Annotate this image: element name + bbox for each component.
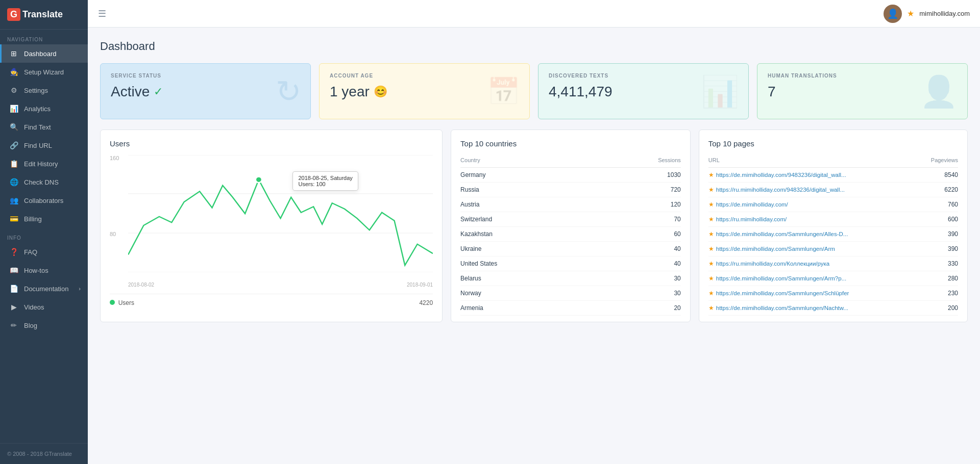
account-age-bg-icon: 📅	[487, 76, 520, 107]
legend-value: 4220	[419, 299, 433, 306]
chart-y-labels: 160 80	[110, 155, 126, 272]
page-url-link[interactable]: https://de.mimiholliday.com/Sammlungen/A…	[716, 275, 846, 281]
star-icon: ★	[708, 230, 714, 238]
sidebar-item-blog[interactable]: ✏ Blog	[0, 316, 88, 334]
table-row: Belarus30	[460, 271, 681, 286]
sidebar-item-label: Check DNS	[24, 178, 59, 186]
page-url-link[interactable]: https://ru.mimiholliday.com/	[716, 216, 787, 222]
table-row: Austria120	[460, 197, 681, 212]
svg-point-4	[256, 177, 262, 183]
page-url-link[interactable]: https://de.mimiholliday.com/Sammlungen/S…	[716, 290, 849, 296]
sidebar-item-billing[interactable]: 💳 Billing	[0, 210, 88, 228]
col-sessions: Sessions	[597, 155, 681, 168]
topbar-user: 👤 ★ mimiholliday.com	[884, 5, 970, 23]
sidebar-item-find-text[interactable]: 🔍 Find Text	[0, 118, 88, 136]
table-row: ★https://ru.mimiholliday.com/9483236/dig…	[708, 183, 958, 197]
chart-legend: Users 4220	[110, 294, 433, 306]
users-chart-title: Users	[110, 139, 433, 148]
content-area: Dashboard SERVICE STATUS Active ✓ ↻ ACCO…	[88, 28, 980, 464]
sidebar-item-label: Videos	[24, 303, 44, 311]
table-row: Armenia20	[460, 301, 681, 316]
table-row: ★https://de.mimiholliday.com/Sammlungen/…	[708, 301, 958, 316]
sidebar-item-settings[interactable]: ⚙ Settings	[0, 81, 88, 99]
nav-section-label: NAVIGATION	[0, 30, 88, 44]
sidebar-item-label: Settings	[24, 87, 48, 94]
sidebar: G Translate NAVIGATION ⊞ Dashboard 🧙 Set…	[0, 0, 88, 464]
page-url-link[interactable]: https://de.mimiholliday.com/9483236/digi…	[716, 172, 846, 178]
col-url: URL	[708, 155, 918, 168]
table-row: Russia720	[460, 183, 681, 197]
star-icon: ★	[708, 216, 714, 223]
docs-icon: 📄	[9, 285, 19, 293]
logo-text: Translate	[22, 9, 63, 20]
sidebar-item-label: Collaborators	[24, 197, 63, 204]
stat-cards: SERVICE STATUS Active ✓ ↻ ACCOUNT AGE 1 …	[100, 63, 968, 119]
sidebar-item-dashboard[interactable]: ⊞ Dashboard	[0, 44, 88, 63]
discovered-texts-bg-icon: 📊	[701, 73, 739, 110]
topbar: ☰ 👤 ★ mimiholliday.com	[88, 0, 980, 28]
page-url-link[interactable]: https://de.mimiholliday.com/Sammlungen/N…	[716, 305, 848, 311]
sidebar-item-edit-history[interactable]: 📋 Edit History	[0, 154, 88, 173]
search-icon: 🔍	[9, 123, 19, 131]
users-chart-panel: Users 160 80	[100, 130, 443, 322]
legend-dot	[110, 300, 115, 305]
sidebar-logo: G Translate	[0, 0, 88, 30]
stat-value-service-status: Active ✓	[111, 84, 300, 100]
chevron-right-icon: ›	[79, 286, 81, 292]
table-row: Ukraine40	[460, 242, 681, 256]
sidebar-item-how-tos[interactable]: 📖 How-tos	[0, 261, 88, 279]
top-countries-panel: Top 10 countries Country Sessions German…	[451, 130, 691, 322]
page-title: Dashboard	[100, 40, 968, 53]
chart-icon: 📊	[9, 105, 19, 113]
page-url-link[interactable]: https://ru.mimiholliday.com/9483236/digi…	[716, 187, 845, 193]
link-icon: 🔗	[9, 141, 19, 149]
chart-x-labels: 2018-08-02 2018-09-01	[128, 282, 433, 288]
sidebar-item-label: Edit History	[24, 160, 58, 168]
gear-icon: ⚙	[9, 86, 19, 94]
table-row: ★https://ru.mimiholliday.com/600	[708, 212, 958, 227]
menu-icon[interactable]: ☰	[98, 8, 106, 19]
table-row: ★https://de.mimiholliday.com/Sammlungen/…	[708, 271, 958, 286]
table-row: ★https://de.mimiholliday.com/Sammlungen/…	[708, 286, 958, 301]
stat-card-discovered-texts: DISCOVERED TEXTS 4,411,479 📊	[538, 63, 749, 119]
bottom-panels: Users 160 80	[100, 130, 968, 322]
pages-title: Top 10 pages	[708, 139, 958, 148]
sidebar-item-analytics[interactable]: 📊 Analytics	[0, 99, 88, 118]
sidebar-item-find-url[interactable]: 🔗 Find URL	[0, 136, 88, 154]
sidebar-item-label: Documentation	[24, 285, 68, 293]
sidebar-item-setup-wizard[interactable]: 🧙 Setup Wizard	[0, 63, 88, 81]
col-country: Country	[460, 155, 597, 168]
table-row: Kazakhstan60	[460, 227, 681, 242]
blog-icon: ✏	[9, 321, 19, 329]
username-display: mimiholliday.com	[919, 10, 970, 17]
sidebar-item-check-dns[interactable]: 🌐 Check DNS	[0, 173, 88, 191]
chart-svg	[128, 155, 433, 272]
table-row: Switzerland70	[460, 212, 681, 227]
sidebar-item-videos[interactable]: ▶ Videos	[0, 298, 88, 316]
users-icon: 👥	[9, 196, 19, 204]
sidebar-item-label: How-tos	[24, 267, 48, 274]
sidebar-item-label: Blog	[24, 322, 37, 329]
stat-card-account-age: ACCOUNT AGE 1 year 😊 📅	[319, 63, 530, 119]
stat-card-human-translations: HUMAN TRANSLATIONS 7 👤	[757, 63, 968, 119]
star-icon: ★	[708, 245, 714, 252]
sidebar-item-label: FAQ	[24, 248, 37, 256]
page-url-link[interactable]: https://de.mimiholliday.com/	[716, 201, 788, 208]
star-icon: ★	[708, 275, 714, 282]
star-icon: ★	[708, 171, 714, 178]
service-status-bg-icon: ↻	[276, 73, 301, 109]
info-section-label: INFO	[0, 228, 88, 243]
sidebar-item-documentation[interactable]: 📄 Documentation ›	[0, 279, 88, 298]
sidebar-item-label: Find URL	[24, 142, 52, 149]
sidebar-item-faq[interactable]: ❓ FAQ	[0, 243, 88, 261]
card-icon: 💳	[9, 215, 19, 223]
page-url-link[interactable]: https://de.mimiholliday.com/Sammlungen/A…	[716, 246, 835, 252]
stat-card-service-status: SERVICE STATUS Active ✓ ↻	[100, 63, 311, 119]
page-url-link[interactable]: https://ru.mimiholliday.com/Коллекции/ру…	[716, 261, 829, 267]
star-icon: ★	[708, 186, 714, 193]
page-url-link[interactable]: https://de.mimiholliday.com/Sammlungen/A…	[716, 231, 848, 237]
table-row: ★https://de.mimiholliday.com/9483236/dig…	[708, 168, 958, 183]
sidebar-item-collaborators[interactable]: 👥 Collaborators	[0, 191, 88, 210]
wizard-icon: 🧙	[9, 68, 19, 76]
logo-g: G	[7, 8, 20, 21]
